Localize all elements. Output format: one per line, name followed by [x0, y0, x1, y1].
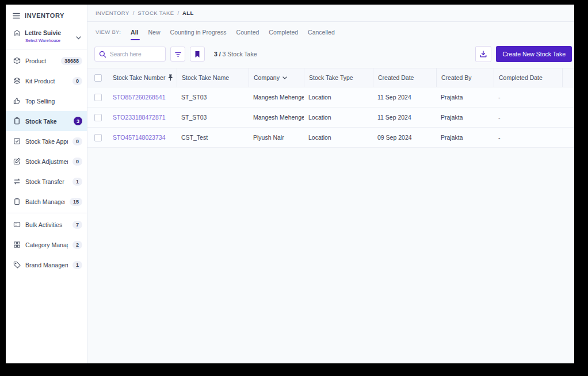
column-label: Created Date [378, 74, 414, 81]
breadcrumb-separator: / [133, 10, 135, 16]
sidebar-item-label: Product [25, 57, 56, 64]
filter-button[interactable] [170, 47, 185, 62]
sidebar-header: INVENTORY [6, 5, 87, 24]
stock-take-number-link[interactable]: STO457148023734 [108, 134, 177, 141]
bookmark-button[interactable] [190, 47, 205, 62]
company: Piyush Nair [249, 134, 304, 141]
completed-date: - [494, 94, 562, 101]
main-content: INVENTORY / STOCK TAKE / ALL VIEW BY: Al… [87, 5, 574, 363]
sidebar-item-brand-management[interactable]: Brand Management 1 [6, 255, 87, 275]
menu-icon[interactable] [13, 13, 20, 19]
stock-take-number-link[interactable]: STO233188472871 [108, 114, 177, 121]
sidebar-divider [6, 213, 87, 213]
row-checkbox[interactable] [94, 134, 102, 141]
sidebar-item-top-selling[interactable]: Top Selling [6, 91, 87, 111]
sidebar-item-kit-product[interactable]: Kit Product 0 [6, 71, 87, 91]
stock-take-type: Location [304, 94, 373, 101]
breadcrumb-stock-take[interactable]: STOCK TAKE [138, 10, 174, 16]
stock-take-type: Location [304, 134, 373, 141]
table-row[interactable]: STO457148023734 CST_Test Piyush Nair Loc… [87, 128, 574, 148]
stock-take-name: CST_Test [177, 134, 249, 141]
sidebar-item-label: Batch Management [25, 198, 65, 205]
tab-completed[interactable]: Completed [269, 29, 298, 40]
column-actions [562, 68, 574, 87]
filter-icon [174, 51, 182, 58]
table-row[interactable]: STO857260268541 ST_ST03 Mangesh Mehenge … [87, 87, 574, 108]
sidebar-item-label: Stock Transfer [25, 178, 68, 185]
sidebar-item-label: Category Managem... [25, 241, 68, 248]
app-title: INVENTORY [25, 12, 64, 19]
column-label: Company [254, 74, 280, 81]
breadcrumb-inventory[interactable]: INVENTORY [96, 10, 129, 16]
count-badge-active: 3 [74, 117, 82, 125]
sidebar-item-label: Bulk Activities [25, 221, 68, 228]
column-created-date[interactable]: Created Date [373, 68, 436, 87]
sidebar-item-bulk-activities[interactable]: Bulk Activities 7 [6, 214, 87, 235]
edit-icon [13, 158, 21, 165]
row-checkbox[interactable] [94, 114, 102, 121]
stock-take-name: ST_ST03 [177, 94, 249, 101]
count-badge: 15 [70, 198, 82, 206]
record-count: 3 / 3 Stock Take [214, 51, 257, 57]
row-checkbox[interactable] [94, 94, 102, 101]
breadcrumb: INVENTORY / STOCK TAKE / ALL [87, 5, 574, 22]
created-by: Prajakta [436, 94, 494, 101]
tab-all[interactable]: All [131, 29, 138, 40]
table-row[interactable]: STO233188472871 ST_ST03 Mangesh Mehenge … [87, 108, 574, 128]
tag-icon [13, 261, 21, 268]
sidebar-item-stock-take[interactable]: Stock Take 3 [6, 111, 87, 131]
grid-icon [13, 241, 21, 248]
check-square-icon [13, 137, 21, 145]
count-badge: 7 [72, 221, 82, 229]
select-all-checkbox[interactable] [94, 74, 102, 82]
sidebar-item-label: Stock Adjustment [25, 158, 68, 165]
sidebar-item-stock-adjustment[interactable]: Stock Adjustment 0 [6, 151, 87, 171]
column-stock-take-name[interactable]: Stock Take Name [177, 68, 249, 87]
bookmark-icon [194, 51, 201, 58]
count-badge: 1 [72, 261, 82, 269]
tab-counted[interactable]: Counted [236, 29, 259, 40]
sidebar-item-category-management[interactable]: Category Managem... 2 [6, 235, 87, 255]
search-input[interactable] [110, 51, 161, 57]
sidebar-item-batch-management[interactable]: Batch Management 15 [6, 191, 87, 212]
pin-icon[interactable] [168, 74, 173, 81]
sidebar-item-stock-take-approval[interactable]: Stock Take Approval 0 [6, 131, 87, 151]
warehouse-selector[interactable]: Lettre Suivie Select Warehouse [6, 24, 87, 49]
column-company[interactable]: Company [249, 68, 304, 87]
column-label: Stock Take Type [309, 74, 353, 81]
view-by-tabs: VIEW BY: All New Counting in Progress Co… [87, 22, 574, 40]
sidebar-nav: Product 38688 Kit Product 0 Top Selling [6, 49, 87, 363]
sidebar: INVENTORY Lettre Suivie Select Warehouse… [6, 5, 87, 363]
completed-date: - [494, 114, 562, 121]
count-badge: 0 [72, 77, 82, 85]
sidebar-item-product[interactable]: Product 38688 [6, 51, 87, 71]
download-button[interactable] [475, 46, 491, 62]
clipboard-icon [13, 198, 21, 205]
created-by: Prajakta [436, 134, 494, 141]
sidebar-item-label: Stock Take Approval [25, 138, 68, 145]
created-date: 09 Sep 2024 [373, 134, 436, 141]
record-count-value: 3 / [214, 51, 221, 57]
package-icon [13, 57, 21, 64]
count-badge: 0 [72, 137, 82, 145]
column-stock-take-type[interactable]: Stock Take Type [304, 68, 373, 87]
create-new-stock-take-button[interactable]: Create New Stock Take [496, 46, 572, 62]
created-date: 11 Sep 2024 [373, 114, 436, 121]
tab-new[interactable]: New [148, 29, 161, 40]
tab-counting-in-progress[interactable]: Counting in Progress [170, 29, 227, 40]
card-icon [13, 221, 21, 228]
tab-cancelled[interactable]: Cancelled [308, 29, 335, 40]
column-stock-take-number[interactable]: Stock Take Number [108, 68, 177, 87]
sidebar-item-label: Kit Product [25, 78, 68, 85]
column-created-by[interactable]: Created By [436, 68, 494, 87]
column-label: Stock Take Name [182, 74, 229, 81]
layers-icon [13, 77, 21, 85]
sidebar-item-stock-transfer[interactable]: Stock Transfer 1 [6, 171, 87, 191]
warehouse-subtitle: Select Warehouse [25, 38, 61, 43]
column-completed-date[interactable]: Completed Date [494, 68, 562, 87]
sidebar-item-label: Stock Take [25, 118, 69, 125]
chevron-down-icon [76, 32, 81, 42]
completed-date: - [494, 134, 562, 141]
warehouse-icon [13, 29, 21, 37]
stock-take-number-link[interactable]: STO857260268541 [108, 94, 177, 101]
